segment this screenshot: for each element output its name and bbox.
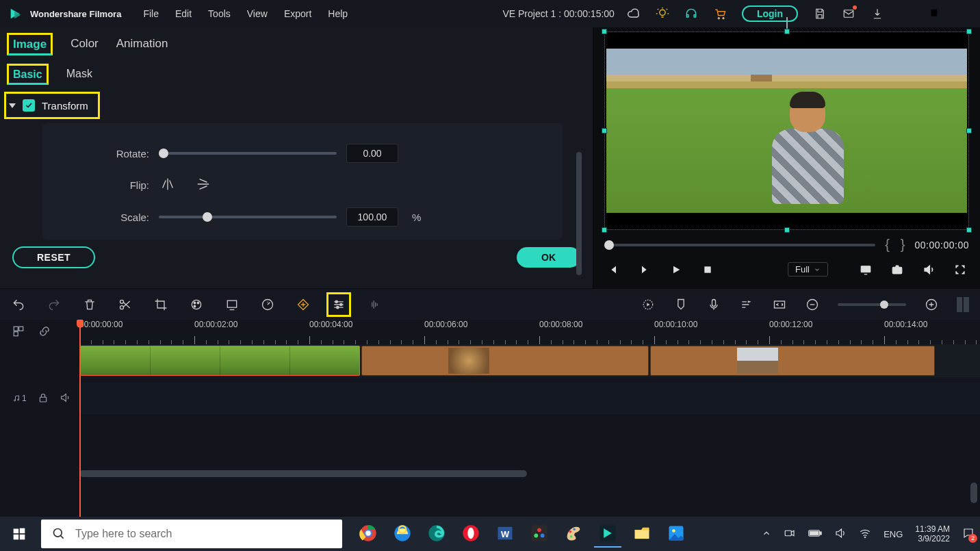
tab-color[interactable]: Color [70,37,99,51]
fit-width-icon[interactable] [772,297,787,312]
menu-edit[interactable]: Edit [175,8,192,19]
lightbulb-icon[interactable] [656,7,669,21]
quality-select[interactable]: Full [788,262,828,277]
resize-handle[interactable] [966,128,972,133]
taskbar-app-ie[interactable] [389,520,416,548]
menu-export[interactable]: Export [284,8,311,19]
color-icon[interactable] [189,297,204,312]
tray-wifi-icon[interactable] [859,527,871,541]
zoom-in-icon[interactable] [924,297,939,312]
subtab-basic[interactable]: Basic [7,64,49,85]
snapshot-icon[interactable] [891,264,903,276]
tray-language[interactable]: ENG [884,529,903,539]
audio-adjust-icon[interactable] [367,297,382,312]
taskbar-app-word[interactable]: W [491,520,519,548]
preview-seekbar[interactable] [604,244,875,246]
marker-icon[interactable] [673,297,688,312]
save-icon[interactable] [813,7,827,21]
taskbar-app-opera[interactable] [457,520,485,548]
scale-slider[interactable] [159,216,337,218]
split-icon[interactable] [118,297,133,312]
taskbar-app-explorer[interactable] [628,520,656,548]
play-icon[interactable] [670,264,682,276]
step-back-icon[interactable] [607,264,619,276]
taskbar-search[interactable]: Type here to search [41,520,342,548]
tab-image[interactable]: Image [7,33,53,55]
stop-icon[interactable] [701,264,714,276]
resize-handle[interactable] [966,227,972,233]
preview-canvas[interactable] [604,31,969,230]
window-close-icon[interactable] [958,8,970,20]
tray-battery-icon[interactable] [808,528,822,540]
volume-icon[interactable] [923,264,935,276]
playhead[interactable] [79,320,81,517]
scale-value[interactable]: 100.00 [346,207,398,227]
menu-tools[interactable]: Tools [208,8,231,19]
menu-file[interactable]: File [143,8,159,19]
taskbar-app-photos[interactable] [662,520,690,548]
timeline-hscroll[interactable] [79,469,975,478]
track-size-icons[interactable] [957,297,969,312]
taskbar-app-paint[interactable] [560,520,587,548]
timeline-ruler[interactable]: 00:00:00:0000:00:02:0000:00:04:0000:00:0… [79,320,980,344]
inspector-scrollbar[interactable] [576,152,582,275]
start-button[interactable] [5,520,33,548]
tray-meet-now-icon[interactable] [784,527,796,541]
resize-handle[interactable] [966,29,972,34]
mark-out-icon[interactable]: } [901,237,905,253]
flip-vertical-icon[interactable] [196,177,211,194]
resize-handle[interactable] [784,29,790,34]
download-icon[interactable] [871,7,884,21]
reset-button[interactable]: RESET [12,246,95,268]
timeline-vscroll[interactable] [970,483,977,503]
resize-handle[interactable] [602,29,607,34]
headset-icon[interactable] [684,7,698,21]
menu-view[interactable]: View [247,8,268,19]
taskbar-app-resolve[interactable] [526,520,553,548]
tray-chevron-up-icon[interactable] [762,528,771,540]
clip-3[interactable] [650,346,935,376]
rotate-value[interactable]: 0.00 [346,144,398,163]
message-icon[interactable] [842,7,855,21]
rotate-slider[interactable] [159,152,337,155]
tray-notifications-icon[interactable]: 2 [962,527,975,541]
crop-icon[interactable] [153,297,168,312]
redo-icon[interactable] [47,297,62,312]
green-screen-icon[interactable] [224,297,240,312]
voiceover-icon[interactable] [706,297,721,312]
cloud-icon[interactable] [627,7,641,21]
delete-icon[interactable] [82,297,97,312]
cart-icon[interactable] [713,7,727,21]
mark-in-icon[interactable]: { [885,237,890,253]
clip-2[interactable] [361,346,649,376]
link-icon[interactable] [38,325,51,339]
zoom-slider[interactable] [838,303,906,306]
step-forward-icon[interactable] [639,264,651,276]
subtab-mask[interactable]: Mask [66,68,92,80]
render-preview-icon[interactable] [641,297,656,312]
login-button[interactable]: Login [742,5,798,22]
menu-help[interactable]: Help [328,8,348,19]
accordion-transform-header[interactable]: Transform [4,92,100,119]
window-restore-icon[interactable] [928,8,940,20]
taskbar-app-edge[interactable] [423,520,450,548]
resize-handle[interactable] [784,227,790,233]
zoom-out-icon[interactable] [805,297,820,312]
resize-handle[interactable] [602,128,607,133]
ok-button[interactable]: OK [517,247,580,268]
undo-icon[interactable] [11,297,26,312]
tray-volume-icon[interactable] [834,527,847,541]
keyframe-icon[interactable] [296,297,311,312]
taskbar-app-chrome[interactable] [354,520,382,548]
mute-icon[interactable] [60,392,70,405]
resize-handle[interactable] [602,227,607,233]
taskbar-app-filmora[interactable] [594,520,621,548]
tray-clock[interactable]: 11:39 AM 3/9/2022 [915,524,950,543]
clip-1[interactable] [79,346,360,376]
speed-icon[interactable] [260,297,275,312]
window-minimize-icon[interactable] [898,8,910,20]
transform-checkbox[interactable] [23,99,35,112]
adjust-icon[interactable] [331,297,346,312]
fullscreen-icon[interactable] [954,264,966,276]
lock-icon[interactable] [38,392,49,405]
